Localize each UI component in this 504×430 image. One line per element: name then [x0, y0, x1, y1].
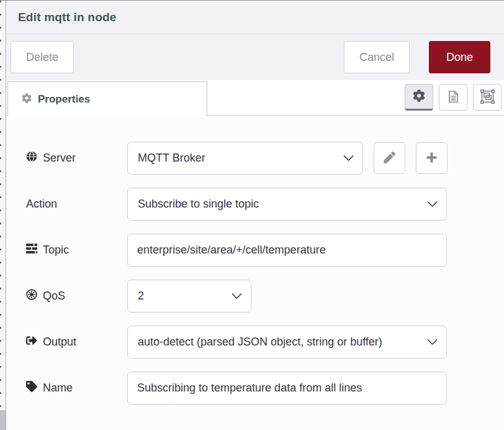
tab-properties[interactable]: Properties — [7, 81, 207, 116]
edit-server-button[interactable] — [374, 142, 405, 174]
gear-icon — [22, 93, 32, 106]
dialog-header: Edit mqtt in node — [7, 1, 504, 34]
action-select-value: Subscribe to single topic — [138, 198, 259, 211]
output-row: Output auto-detect (parsed JSON object, … — [26, 326, 504, 359]
gear-icon — [413, 89, 425, 104]
delete-button[interactable]: Delete — [11, 41, 74, 73]
object-group-icon — [480, 89, 495, 106]
tab-tools — [405, 84, 502, 111]
chevron-down-icon — [232, 290, 242, 303]
cancel-button[interactable]: Cancel — [344, 41, 410, 73]
node-config-button[interactable] — [405, 84, 433, 111]
topic-input[interactable] — [127, 234, 447, 267]
plus-icon — [426, 152, 438, 165]
file-text-icon — [447, 90, 460, 105]
qos-select[interactable]: 2 — [127, 280, 251, 313]
server-row: Server MQTT Broker — [26, 142, 504, 175]
globe-icon — [26, 151, 37, 165]
qos-select-value: 2 — [138, 290, 144, 303]
edit-node-dialog: Edit mqtt in node Delete Cancel Done Pro… — [0, 0, 504, 430]
workspace-edge-strip — [0, 1, 6, 430]
dialog-title: Edit mqtt in node — [18, 11, 117, 24]
add-server-button[interactable] — [416, 142, 448, 174]
tab-properties-label: Properties — [38, 93, 90, 106]
tab-bar: Properties — [7, 80, 504, 116]
tag-icon — [26, 381, 37, 395]
node-description-button[interactable] — [439, 84, 467, 111]
node-group-button[interactable] — [473, 84, 502, 111]
dialog-content: Edit mqtt in node Delete Cancel Done Pro… — [7, 1, 504, 430]
pencil-icon — [384, 152, 395, 165]
chevron-down-icon — [343, 152, 354, 165]
name-input[interactable] — [127, 372, 447, 405]
output-label: Output — [26, 335, 127, 349]
done-button[interactable]: Done — [429, 41, 490, 73]
action-label: Action — [26, 198, 127, 211]
topic-label: Topic — [26, 243, 127, 257]
action-row: Action Subscribe to single topic — [26, 188, 504, 221]
name-row: Name — [26, 372, 504, 405]
server-select-value: MQTT Broker — [138, 152, 205, 165]
chevron-down-icon — [427, 336, 438, 349]
action-select[interactable]: Subscribe to single topic — [127, 188, 447, 221]
dialog-toolbar: Delete Cancel Done — [7, 34, 504, 80]
qos-label: QoS — [26, 289, 127, 303]
empire-icon — [26, 289, 37, 303]
qos-row: QoS 2 — [26, 280, 504, 313]
name-label: Name — [26, 381, 127, 395]
sign-out-icon — [26, 335, 37, 349]
output-select[interactable]: auto-detect (parsed JSON object, string … — [127, 326, 447, 359]
properties-form: Server MQTT Broker — [7, 116, 504, 430]
chevron-down-icon — [427, 198, 438, 211]
server-label: Server — [26, 151, 127, 165]
topic-row: Topic — [26, 234, 504, 267]
output-select-value: auto-detect (parsed JSON object, string … — [138, 336, 382, 349]
tasks-icon — [26, 243, 37, 257]
server-select[interactable]: MQTT Broker — [127, 142, 363, 175]
